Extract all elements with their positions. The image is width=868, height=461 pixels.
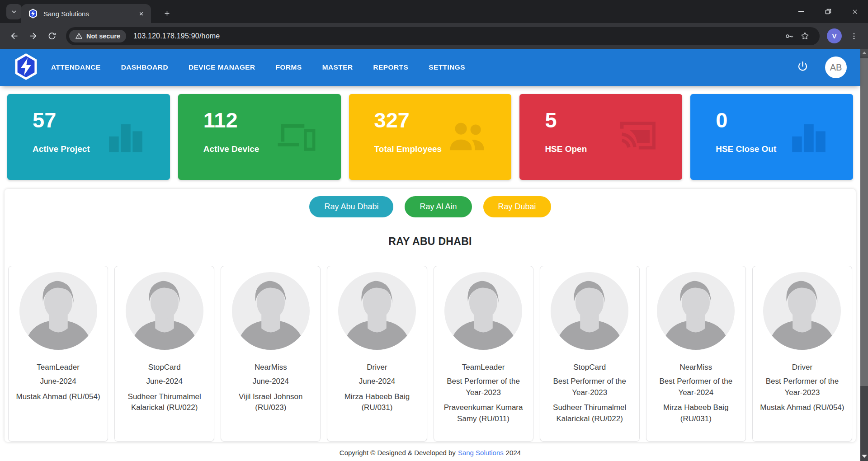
award-period: Best Performer of the Year-2023 <box>544 376 636 398</box>
scrollbar-up-button[interactable] <box>860 49 868 56</box>
stat-card-active-device[interactable]: 112 Active Device <box>178 94 341 180</box>
browser-tab-strip: Sang Solutions <box>0 0 868 23</box>
minimize-icon <box>798 9 804 14</box>
security-label: Not secure <box>86 33 120 40</box>
page-content: ATTENDANCE DASHBOARD DEVICE MANAGER FORM… <box>0 49 860 461</box>
employee-info: StopCard Best Performer of the Year-2023… <box>540 363 639 425</box>
nav-item-attendance[interactable]: ATTENDANCE <box>51 63 101 71</box>
employee-name: Mustak Ahmad (RU/054) <box>12 391 104 403</box>
nav-item-master[interactable]: MASTER <box>322 63 353 71</box>
stat-card-active-project[interactable]: 57 Active Project <box>7 94 170 180</box>
site-filter-row: Ray Abu Dhabi Ray Al Ain Ray Dubai <box>5 196 856 217</box>
tab-close-icon[interactable] <box>136 8 146 19</box>
bar-chart-icon <box>105 115 146 156</box>
employee-info: Driver Best Performer of the Year-2023 M… <box>753 363 852 414</box>
award-period: Best Performer of the Year-2024 <box>650 376 742 398</box>
nav-item-forms[interactable]: FORMS <box>276 63 302 71</box>
people-icon <box>446 115 488 156</box>
dashboard-panel: Ray Abu Dhabi Ray Al Ain Ray Dubai RAY A… <box>5 189 856 442</box>
nav-item-settings[interactable]: SETTINGS <box>429 63 465 71</box>
minimize-button[interactable] <box>788 0 815 23</box>
new-tab-button[interactable] <box>159 5 175 21</box>
award-title: Driver <box>331 363 423 372</box>
page-scrollbar[interactable] <box>860 49 868 461</box>
person-avatar <box>337 271 417 351</box>
chevron-down-icon <box>10 8 18 15</box>
forward-button[interactable] <box>24 28 42 45</box>
employee-name: Mustak Ahmad (RU/054) <box>756 402 848 414</box>
forward-arrow-icon <box>28 31 38 41</box>
password-key-icon[interactable] <box>782 28 797 44</box>
cast-icon <box>617 115 659 156</box>
award-title: NearMiss <box>225 363 316 372</box>
logout-power-icon[interactable] <box>797 61 809 75</box>
person-avatar <box>549 271 630 351</box>
footer-link[interactable]: Sang Solutions <box>458 449 504 456</box>
restore-icon <box>825 9 831 15</box>
address-bar[interactable]: Not secure 103.120.178.195:90/home <box>66 27 820 45</box>
award-period: June-2024 <box>12 376 104 387</box>
employee-info: TeamLeader June-2024 Mustak Ahmad (RU/05… <box>9 363 108 402</box>
footer-text: Copyright © Designed & Developed by <box>340 449 456 456</box>
award-title: StopCard <box>544 363 636 372</box>
nav-item-reports[interactable]: REPORTS <box>373 63 409 71</box>
employee-name: Sudheer Thirumalmel Kalarickal (RU/022) <box>544 402 636 424</box>
reload-icon <box>47 32 57 41</box>
scrollbar-down-button[interactable] <box>860 452 868 460</box>
employee-name: Vijil Israel Johnson (RU/023) <box>225 391 316 414</box>
stat-value: 57 <box>33 109 170 131</box>
browser-tab[interactable]: Sang Solutions <box>21 4 151 23</box>
close-window-button[interactable] <box>841 0 868 23</box>
stat-card-hse-open[interactable]: 5 HSE Open <box>519 94 682 180</box>
filter-ray-abu-dhabi[interactable]: Ray Abu Dhabi <box>309 196 393 217</box>
scrollbar-thumb[interactable] <box>860 58 868 386</box>
site-favicon <box>28 9 38 19</box>
nav-item-device-manager[interactable]: DEVICE MANAGER <box>189 63 255 71</box>
reload-button[interactable] <box>43 28 61 45</box>
stat-card-hse-close-out[interactable]: 0 HSE Close Out <box>690 94 853 180</box>
filter-ray-dubai[interactable]: Ray Dubai <box>483 196 551 217</box>
employee-card: TeamLeader Best Performer of the Year-20… <box>434 266 533 442</box>
stat-card-total-employees[interactable]: 327 Total Employees <box>349 94 512 180</box>
footer: Copyright © Designed & Developed by Sang… <box>0 445 860 461</box>
person-avatar <box>656 271 736 351</box>
award-period: June-2024 <box>118 376 210 387</box>
security-chip[interactable]: Not secure <box>69 30 126 42</box>
employee-info: StopCard June-2024 Sudheer Thirumalmel K… <box>115 363 214 414</box>
back-button[interactable] <box>5 28 23 45</box>
person-avatar <box>762 271 842 351</box>
award-period: June-2024 <box>225 376 316 387</box>
stat-label: HSE Open <box>545 144 682 154</box>
employee-info: Driver June-2024 Mirza Habeeb Baig (RU/0… <box>327 363 426 414</box>
stat-label: Active Device <box>203 144 341 154</box>
tab-search-button[interactable] <box>6 4 22 19</box>
back-arrow-icon <box>9 31 19 41</box>
stat-value: 327 <box>374 109 512 131</box>
browser-menu-button[interactable] <box>845 28 863 45</box>
stat-value: 112 <box>203 109 341 131</box>
user-avatar[interactable]: AB <box>825 56 847 78</box>
url-text: 103.120.178.195:90/home <box>133 32 220 40</box>
nav-item-dashboard[interactable]: DASHBOARD <box>121 63 168 71</box>
employee-card: NearMiss June-2024 Vijil Israel Johnson … <box>221 266 321 442</box>
browser-profile-avatar[interactable]: V <box>827 28 842 43</box>
stat-label: HSE Close Out <box>716 144 853 154</box>
employee-name: Sudheer Thirumalmel Kalarickal (RU/022) <box>118 391 210 414</box>
employee-info: TeamLeader Best Performer of the Year-20… <box>434 363 533 425</box>
devices-icon <box>276 115 317 156</box>
nav-menu: ATTENDANCE DASHBOARD DEVICE MANAGER FORM… <box>51 63 465 71</box>
restore-button[interactable] <box>815 0 841 23</box>
app-logo-icon[interactable] <box>14 53 38 82</box>
browser-toolbar: Not secure 103.120.178.195:90/home V <box>0 23 868 49</box>
bookmark-star-icon[interactable] <box>797 28 812 44</box>
filter-ray-al-ain[interactable]: Ray Al Ain <box>405 196 472 217</box>
bar-chart-icon <box>788 115 830 156</box>
stat-value: 0 <box>716 109 853 131</box>
award-title: StopCard <box>118 363 210 372</box>
employee-card: Driver June-2024 Mirza Habeeb Baig (RU/0… <box>327 266 427 442</box>
employee-card: Driver Best Performer of the Year-2023 M… <box>752 266 852 442</box>
employee-name: Praveenkumar Kumara Samy (RU/011) <box>438 402 529 424</box>
stat-label: Total Employees <box>374 144 512 154</box>
close-icon <box>852 9 858 15</box>
warning-icon <box>75 32 83 40</box>
